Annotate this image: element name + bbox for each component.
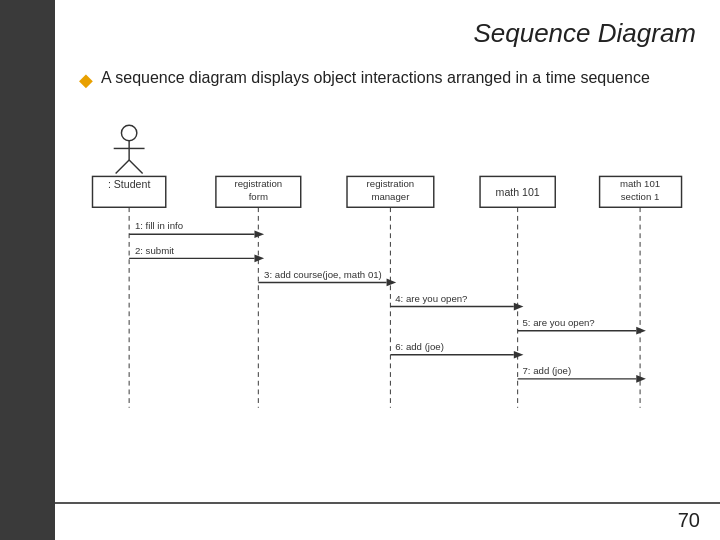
svg-text:registration: registration xyxy=(367,178,415,189)
page-number: 70 xyxy=(678,509,700,532)
svg-marker-27 xyxy=(254,255,264,263)
svg-text:: Student: : Student xyxy=(108,178,150,190)
svg-marker-39 xyxy=(514,351,524,359)
svg-text:6: add (joe): 6: add (joe) xyxy=(395,341,444,352)
diagram-svg: : Student registration form registration… xyxy=(79,113,696,423)
svg-text:math 101: math 101 xyxy=(496,186,540,198)
svg-marker-30 xyxy=(387,279,397,287)
svg-text:form: form xyxy=(249,191,268,202)
description-text: A sequence diagram displays object inter… xyxy=(101,67,650,89)
svg-marker-24 xyxy=(254,231,264,239)
svg-marker-42 xyxy=(636,375,646,383)
svg-text:3: add course(joe, math 01): 3: add course(joe, math 01) xyxy=(264,269,382,280)
svg-marker-33 xyxy=(514,303,524,311)
bullet-icon: ◆ xyxy=(79,68,93,93)
svg-text:2: submit: 2: submit xyxy=(135,245,174,256)
svg-text:7: add (joe): 7: add (joe) xyxy=(522,365,571,376)
svg-text:section 1: section 1 xyxy=(621,191,660,202)
svg-text:4: are you open?: 4: are you open? xyxy=(395,293,467,304)
svg-line-3 xyxy=(116,160,129,173)
svg-text:1: fill in info: 1: fill in info xyxy=(135,221,183,232)
svg-text:math 101: math 101 xyxy=(620,178,660,189)
svg-marker-36 xyxy=(636,327,646,335)
svg-text:5: are you open?: 5: are you open? xyxy=(522,317,594,328)
bottom-border-line xyxy=(55,502,720,504)
svg-point-0 xyxy=(121,126,136,141)
page-title: Sequence Diagram xyxy=(79,18,696,49)
svg-text:manager: manager xyxy=(371,191,410,202)
left-sidebar xyxy=(0,0,55,540)
svg-line-4 xyxy=(129,160,142,173)
sequence-diagram: : Student registration form registration… xyxy=(79,113,696,423)
main-content: Sequence Diagram ◆ A sequence diagram di… xyxy=(55,0,720,540)
description-block: ◆ A sequence diagram displays object int… xyxy=(79,67,696,93)
svg-text:registration: registration xyxy=(235,178,283,189)
